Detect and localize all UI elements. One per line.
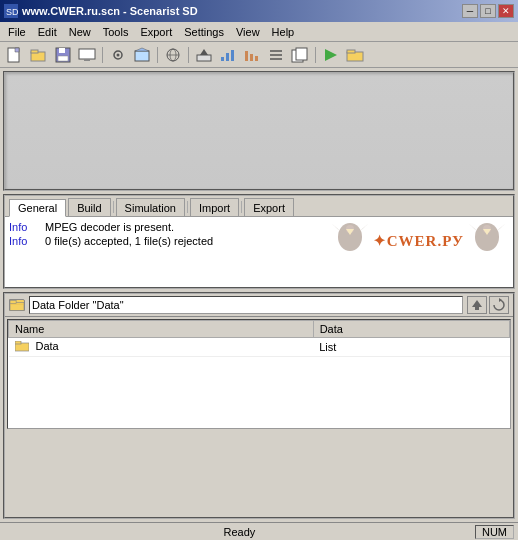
toolbar-sep-2 [157, 47, 158, 63]
svg-marker-30 [325, 49, 337, 61]
svg-rect-9 [84, 59, 90, 61]
toolbar-chart1-btn[interactable] [217, 45, 239, 65]
tab-simulation[interactable]: Simulation [116, 198, 185, 216]
svg-marker-39 [469, 224, 477, 231]
tab-export[interactable]: Export [244, 198, 294, 216]
svg-point-11 [117, 53, 120, 56]
svg-rect-47 [475, 307, 479, 310]
data-folder-label: Data Folder "Data" [32, 299, 124, 311]
toolbar-folder2-btn[interactable] [344, 45, 366, 65]
log-label-0: Info [9, 221, 37, 233]
folder-nav-buttons [467, 296, 509, 314]
svg-rect-12 [135, 51, 149, 61]
toolbar-screen-btn[interactable] [76, 45, 98, 65]
toolbar-open-btn[interactable] [28, 45, 50, 65]
title-bar-left: SD www.CWER.ru.scn - Scenarist SD [4, 4, 198, 18]
folder-icon [9, 299, 25, 311]
editor-panel [3, 71, 515, 191]
app-icon: SD [4, 4, 18, 18]
tab-divider-1 [113, 201, 114, 213]
row-name-cell: Data [9, 338, 314, 357]
toolbar-sep-1 [102, 47, 103, 63]
close-button[interactable]: ✕ [498, 4, 514, 18]
watermark-text: ✦CWER.РУ [373, 232, 464, 250]
menu-file[interactable]: File [2, 22, 32, 41]
toolbar-chart2-btn[interactable] [241, 45, 263, 65]
row-value-cell: List [313, 338, 509, 357]
svg-marker-18 [200, 49, 208, 55]
menu-tools[interactable]: Tools [97, 22, 135, 41]
info-panel: General Build Simulation Import Export [3, 194, 515, 289]
svg-rect-17 [197, 55, 211, 61]
svg-rect-8 [79, 49, 95, 59]
folder-up-btn[interactable] [467, 296, 487, 314]
menu-bar: File Edit New Tools Export Settings View… [0, 22, 518, 42]
svg-marker-35 [360, 224, 368, 231]
toolbar-sep-4 [315, 47, 316, 63]
svg-text:SD: SD [6, 7, 18, 17]
log-label-1: Info [9, 235, 37, 247]
svg-rect-29 [296, 48, 307, 60]
svg-marker-13 [135, 48, 149, 51]
svg-marker-34 [332, 224, 340, 231]
svg-rect-19 [221, 57, 224, 61]
data-table-container: Name Data Data [7, 319, 511, 429]
toolbar-copy-btn[interactable] [289, 45, 311, 65]
tabs-bar: General Build Simulation Import Export [5, 196, 513, 217]
svg-rect-22 [245, 51, 248, 61]
data-folder-dropdown[interactable]: Data Folder "Data" [29, 296, 463, 314]
data-table: Name Data Data [8, 320, 510, 357]
col-header-data: Data [313, 321, 509, 338]
tab-divider-3 [241, 201, 242, 213]
num-indicator: NUM [475, 525, 514, 539]
toolbar-save-btn[interactable] [52, 45, 74, 65]
toolbar-package-btn[interactable] [131, 45, 153, 65]
svg-rect-24 [255, 56, 258, 61]
data-folder-panel: Data Folder "Data" Name Data [3, 292, 515, 519]
menu-settings[interactable]: Settings [178, 22, 230, 41]
tab-build[interactable]: Build [68, 198, 110, 216]
svg-marker-40 [497, 224, 505, 231]
maximize-button[interactable]: □ [480, 4, 496, 18]
toolbar-globe-btn[interactable] [162, 45, 184, 65]
window-title: www.CWER.ru.scn - Scenarist SD [22, 5, 198, 17]
status-text: Ready [4, 526, 475, 538]
status-bar: Ready NUM [0, 522, 518, 540]
watermark-decoration2 [467, 219, 507, 263]
svg-rect-23 [250, 54, 253, 61]
menu-help[interactable]: Help [266, 22, 301, 41]
svg-rect-50 [15, 341, 21, 344]
menu-export[interactable]: Export [134, 22, 178, 41]
svg-rect-6 [59, 48, 65, 53]
tab-import[interactable]: Import [190, 198, 239, 216]
svg-marker-46 [472, 300, 482, 307]
svg-rect-21 [231, 50, 234, 61]
folder-refresh-btn[interactable] [489, 296, 509, 314]
title-bar: SD www.CWER.ru.scn - Scenarist SD ─ □ ✕ [0, 0, 518, 22]
menu-view[interactable]: View [230, 22, 266, 41]
toolbar-sep-3 [188, 47, 189, 63]
toolbar-play-btn[interactable] [320, 45, 342, 65]
log-message-1: 0 file(s) accepted, 1 file(s) rejected [45, 235, 213, 247]
data-folder-bar: Data Folder "Data" [5, 294, 513, 317]
menu-edit[interactable]: Edit [32, 22, 63, 41]
tab-general[interactable]: General [9, 199, 66, 217]
tab-divider-2 [187, 201, 188, 213]
toolbar-list-btn[interactable] [265, 45, 287, 65]
col-header-name: Name [9, 321, 314, 338]
svg-rect-7 [58, 56, 68, 61]
log-message-0: MPEG decoder is present. [45, 221, 174, 233]
svg-rect-32 [347, 50, 355, 53]
table-row[interactable]: Data List [9, 338, 510, 357]
toolbar-upload-btn[interactable] [193, 45, 215, 65]
svg-rect-4 [31, 50, 38, 53]
window-controls: ─ □ ✕ [462, 4, 514, 18]
log-content: ✦CWER.РУ Info MPEG decoder is present. I… [5, 217, 513, 287]
watermark: ✦CWER.РУ [330, 219, 507, 263]
toolbar-new-btn[interactable] [4, 45, 26, 65]
row-folder-icon: Data [15, 340, 59, 352]
toolbar-settings-btn[interactable] [107, 45, 129, 65]
main-area: General Build Simulation Import Export [0, 68, 518, 522]
minimize-button[interactable]: ─ [462, 4, 478, 18]
menu-new[interactable]: New [63, 22, 97, 41]
